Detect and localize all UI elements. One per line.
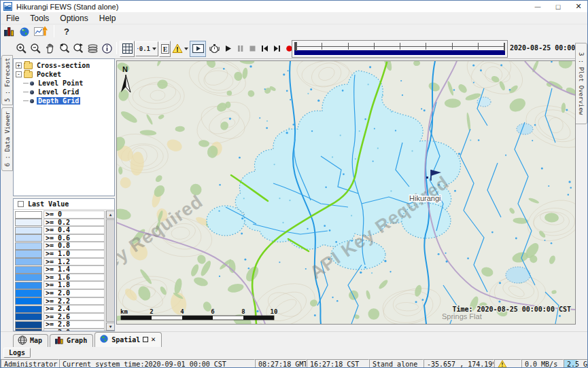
close-button[interactable]: ✕ [568, 1, 588, 12]
scale-tick-label: 8 [241, 308, 245, 315]
legend-row[interactable]: >= 1.8 [14, 281, 105, 289]
tree-item-depth-grid[interactable]: Depth Grid [14, 96, 114, 105]
legend-row[interactable]: >= 2.4 [14, 305, 105, 313]
scale-tick-label: 10 [271, 308, 278, 315]
tree-item-level-grid[interactable]: Level Grid [14, 88, 114, 96]
legend-row[interactable]: >= 2.6 [14, 313, 105, 321]
legend-row[interactable]: >= 1.6 [14, 274, 105, 282]
zoom-previous-icon[interactable] [57, 41, 71, 57]
globe-icon [99, 334, 109, 345]
legend-color-swatch [15, 242, 42, 250]
scale-tick-label: 6 [211, 308, 214, 315]
tree-item-level-point[interactable]: Level Point [14, 79, 114, 88]
info-icon[interactable] [100, 41, 114, 57]
legend-row[interactable]: >= 2.0 [14, 289, 105, 297]
legend-row[interactable]: >= 1.2 [14, 258, 105, 266]
status-warning-icon[interactable] [494, 359, 521, 368]
map-label-hikurangi: Hikurangi [409, 194, 440, 202]
tab-plot-overview[interactable]: 3 : Plot Overview [575, 43, 587, 124]
legend-class-label: >= 1.6 [44, 274, 105, 282]
svg-text:km: km [120, 308, 128, 315]
zoom-in-icon[interactable] [14, 41, 28, 57]
legend-row[interactable]: >= 3.0 [14, 329, 105, 331]
tab-forecast[interactable]: 5 : Forecast [1, 55, 13, 105]
legend-color-swatch [15, 219, 42, 226]
menu-options[interactable]: Options [54, 14, 93, 23]
legend-row[interactable]: >= 1.4 [14, 265, 105, 274]
export-animation-icon[interactable] [207, 41, 222, 57]
spatial-display-icon[interactable] [34, 24, 48, 40]
tree-expander[interactable]: + [16, 62, 22, 69]
warnings-dropdown[interactable] [171, 41, 189, 57]
timeline-tick [322, 43, 322, 50]
tree-item-pocket[interactable]: -Pocket [14, 70, 114, 79]
legend-row[interactable]: >= 0.4 [14, 226, 105, 234]
data-viewer-panel: +Cross-section-PocketLevel PointLevel Gr… [13, 58, 115, 331]
tree-expander[interactable]: - [16, 71, 22, 77]
timeline-tick [478, 43, 479, 50]
layers-icon[interactable] [86, 41, 99, 57]
pan-hand-icon[interactable] [43, 41, 56, 57]
database-display-icon[interactable] [3, 24, 15, 40]
skip-to-start-button[interactable] [259, 41, 271, 57]
tab-data-viewer[interactable]: 6 : Data Viewer [1, 107, 13, 171]
map-view[interactable]: API Key Required API Key Required Hikura… [116, 60, 576, 325]
status-segment-4: Stand alone [369, 359, 423, 368]
float-panel-icon[interactable] [143, 337, 148, 342]
status-bar: AdministratorCurrent system time:2020-09… [1, 359, 588, 368]
legend-row[interactable]: >= 0.6 [14, 234, 105, 242]
close-tab-icon[interactable]: ✕ [151, 337, 156, 342]
legend-color-swatch [15, 297, 42, 305]
zoom-out-icon[interactable] [29, 41, 42, 57]
help-button[interactable]: ? [60, 24, 73, 40]
play-button[interactable] [222, 41, 234, 57]
timeline-availability-bar [294, 50, 505, 55]
tree-item-cross-section[interactable]: +Cross-section [14, 61, 114, 70]
legend-row[interactable]: >= 0 [14, 210, 105, 219]
chevron-down-icon [152, 48, 156, 50]
legend-class-label: >= 3.0 [44, 329, 105, 331]
menu-help[interactable]: Help [94, 14, 122, 23]
map-time-label: Time: 2020-08-25 00:00:00 CST [452, 306, 571, 313]
menu-bar: FileToolsOptionsHelp [1, 12, 588, 24]
legend-class-list: >= 0>= 0.2>= 0.4>= 0.6>= 0.8>= 1.0>= 1.2… [14, 210, 105, 331]
legend-color-swatch [15, 266, 42, 274]
zoom-next-icon[interactable] [71, 41, 85, 57]
map-display-icon[interactable] [19, 24, 30, 40]
svg-text:E: E [162, 45, 167, 52]
tab-graph[interactable]: Graph [50, 334, 93, 347]
toolbar-separator [114, 42, 119, 56]
legend-row[interactable]: >= 2.2 [14, 297, 105, 306]
last-value-checkbox[interactable] [18, 201, 24, 207]
legend-row[interactable]: >= 0.8 [14, 242, 105, 250]
legend-row[interactable]: >= 2.8 [14, 320, 105, 329]
pause-button[interactable] [235, 41, 246, 57]
legend-row[interactable]: >= 1.0 [14, 250, 105, 258]
folder-icon [24, 62, 33, 69]
animation-panel-button[interactable] [190, 41, 206, 57]
scroll-up-icon[interactable]: ▲ [106, 210, 115, 219]
legend-class-label: >= 0.6 [44, 234, 105, 242]
tree-item-label: Cross-section [35, 62, 91, 69]
last-value-label: Last Value [28, 200, 69, 208]
minimize-button[interactable]: — [528, 1, 548, 12]
class-interval-dropdown[interactable]: 0.1 [135, 41, 158, 56]
grid-display-button[interactable] [120, 41, 135, 57]
tab-spatial[interactable]: Spatial✕ [94, 332, 162, 347]
skip-to-end-button[interactable] [271, 41, 283, 57]
app-window: Hikurangi FEWS (Stand alone) — □ ✕ FileT… [0, 0, 588, 368]
tree-item-label: Depth Grid [37, 97, 80, 105]
stop-button[interactable] [247, 41, 258, 57]
menu-file[interactable]: File [1, 14, 24, 23]
menu-tools[interactable]: Tools [24, 14, 54, 23]
legend-row[interactable]: >= 0.2 [14, 219, 105, 227]
scrollbar-thumb[interactable] [106, 219, 115, 322]
logs-button[interactable]: Logs [3, 348, 31, 358]
legend-scrollbar[interactable]: ▲ ▼ [105, 210, 114, 331]
window-title: Hikurangi FEWS (Stand alone) [16, 3, 118, 11]
tab-map[interactable]: Map [13, 334, 48, 347]
timeline-slider[interactable] [292, 40, 508, 58]
scroll-down-icon[interactable]: ▼ [106, 323, 115, 331]
label-toggle-button[interactable]: E [159, 41, 171, 57]
maximize-button[interactable]: □ [548, 1, 568, 12]
